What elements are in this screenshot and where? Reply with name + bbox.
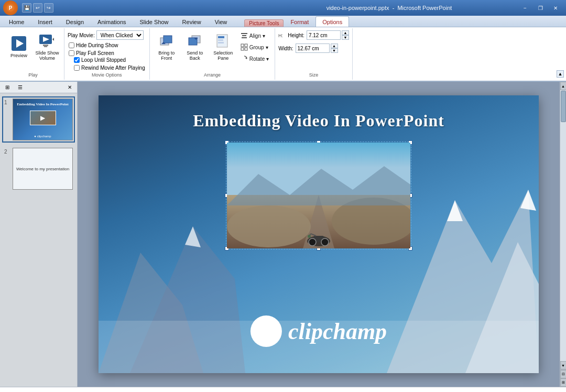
video-container[interactable] (227, 143, 410, 248)
movie-options-content: Play Movie: When Clicked Hide During Sho… (68, 30, 144, 57)
bring-front-icon (158, 32, 175, 49)
scroll-up-button[interactable]: ▲ (560, 82, 567, 90)
svg-point-44 (309, 238, 316, 246)
slideshow-volume-button[interactable]: Slide Show Volume (34, 30, 61, 63)
rewind-checkbox[interactable] (74, 65, 80, 71)
tab-slideshow[interactable]: Slide Show (133, 16, 176, 27)
group-icon (241, 43, 248, 51)
svg-rect-20 (242, 35, 246, 36)
tab-design[interactable]: Design (59, 16, 91, 27)
group-button[interactable]: Group ▾ (238, 42, 271, 52)
fit-slide-button[interactable]: ⊟ (560, 370, 567, 378)
slide1-video-thumb: ▶ (30, 111, 56, 125)
panel-view-btn-2[interactable]: ☰ (15, 83, 25, 92)
preview-button[interactable]: Preview (5, 30, 32, 63)
selection-pane-button[interactable]: Selection Pane (210, 30, 237, 63)
play-movie-dropdown[interactable]: When Clicked (96, 30, 144, 40)
width-input-wrap: ▲ ▼ (296, 43, 338, 53)
panel-view-btn-1[interactable]: ⊞ (2, 83, 13, 92)
width-input[interactable] (296, 43, 330, 53)
slide-number-1: 1 (4, 99, 10, 105)
play-full-screen-checkbox[interactable] (69, 50, 74, 56)
tab-home[interactable]: Home (2, 16, 31, 27)
slide-canvas[interactable]: Embedding Video In PowerPoint (99, 95, 539, 373)
slide-thumbnail-1[interactable]: 1 Embedding Video In PowerPoint ▶ ● clip… (2, 96, 75, 143)
play-movie-row: Play Movie: When Clicked (68, 30, 144, 40)
tab-insert[interactable]: Insert (31, 16, 59, 27)
tab-animations[interactable]: Animations (91, 16, 133, 27)
send-to-back-button[interactable]: Send to Back (181, 30, 209, 63)
rotate-button[interactable]: Rotate ▾ (238, 53, 271, 64)
height-input[interactable] (307, 30, 341, 40)
height-down-button[interactable]: ▼ (342, 35, 349, 40)
svg-point-45 (321, 238, 329, 246)
vertical-scrollbar[interactable]: ▲ ▼ ⊟ ⊞ (560, 82, 566, 387)
ribbon-collapse-button[interactable]: ▲ (557, 70, 564, 78)
slide1-logo: ● clipchamp (34, 135, 51, 138)
contextual-tab-group: Picture Tools (244, 19, 284, 27)
title-bar: P 💾 ↩ ↪ video-in-powerpoint.pptx - Micro… (0, 0, 566, 16)
preview-icon (10, 35, 27, 52)
width-row: Width: ▲ ▼ (278, 43, 338, 53)
svg-point-52 (272, 324, 275, 326)
office-button[interactable]: P (3, 1, 18, 15)
bring-to-front-button[interactable]: Bring to Front (153, 30, 180, 63)
width-spin: ▲ ▼ (331, 43, 338, 53)
align-icon (241, 32, 248, 39)
minimize-button[interactable]: − (518, 3, 532, 13)
svg-marker-29 (465, 242, 539, 373)
preview-group-label: Play (5, 71, 61, 78)
slide-thumbnail-2[interactable]: 2 Welcome to my presentation (2, 146, 75, 192)
title-bar-left: P 💾 ↩ ↪ (3, 1, 260, 15)
height-up-button[interactable]: ▲ (342, 30, 349, 35)
rotate-dropdown-arrow: ▾ (266, 56, 269, 62)
svg-marker-34 (185, 226, 201, 247)
svg-rect-25 (245, 48, 247, 50)
loop-checkbox[interactable] (74, 57, 80, 63)
save-icon[interactable]: 💾 (22, 3, 31, 13)
svg-rect-19 (241, 33, 247, 34)
tab-review[interactable]: Review (176, 16, 208, 27)
align-button[interactable]: Align ▾ (238, 30, 271, 41)
svg-rect-21 (242, 37, 247, 38)
close-button[interactable]: ✕ (548, 3, 563, 13)
svg-point-39 (227, 205, 311, 247)
ribbon-group-size: H: Height: ▲ ▼ Width: ▲ ▼ (275, 28, 353, 80)
height-input-wrap: ▲ ▼ (307, 30, 349, 40)
tab-view[interactable]: View (208, 16, 234, 27)
hide-during-show-checkbox[interactable] (69, 42, 74, 48)
tab-movie-options[interactable]: Options (315, 16, 349, 27)
video-content-svg (227, 143, 410, 248)
panel-close-button[interactable]: ✕ (64, 83, 75, 92)
window-controls: − ❐ ✕ (518, 3, 563, 13)
movie-options-right: Loop Until Stopped Rewind Movie After Pl… (73, 57, 146, 71)
scroll-down-button[interactable]: ▼ (560, 361, 567, 369)
svg-text:P: P (9, 5, 13, 11)
undo-icon[interactable]: ↩ (33, 3, 42, 13)
restore-button[interactable]: ❐ (533, 3, 548, 13)
size-group-label: Size (278, 71, 349, 78)
canvas-wrapper: Embedding Video In PowerPoint (78, 82, 566, 387)
svg-marker-50 (264, 327, 271, 335)
height-row: H: Height: ▲ ▼ (278, 30, 349, 40)
preview-group-content: Preview Slide Show Volume (5, 30, 61, 71)
main-area: ⊞ ☰ ✕ 1 Embedding Video In PowerPoint ▶ … (0, 82, 566, 387)
expand-slide-button[interactable]: ⊞ (560, 378, 567, 387)
rotate-icon (241, 55, 248, 62)
play-full-screen-row: Play Full Screen (68, 50, 144, 57)
width-up-button[interactable]: ▲ (331, 43, 338, 48)
rewind-after-row: Rewind Movie After Playing (73, 64, 146, 71)
canvas-area: Embedding Video In PowerPoint (78, 82, 560, 387)
scroll-track[interactable] (560, 90, 567, 361)
quick-access-toolbar: 💾 ↩ ↪ (22, 3, 53, 13)
notes-area[interactable]: Click to add notes (0, 387, 566, 392)
hide-during-show-row: Hide During Show (68, 42, 144, 49)
align-dropdown-arrow: ▾ (263, 33, 265, 39)
scroll-thumb[interactable] (561, 91, 566, 122)
width-down-button[interactable]: ▼ (331, 48, 338, 53)
tab-picture-format[interactable]: Format (284, 16, 315, 27)
slide1-mini-title: Embedding Video In PowerPoint (15, 102, 70, 106)
redo-icon[interactable]: ↪ (44, 3, 53, 13)
svg-marker-6 (52, 38, 54, 41)
send-back-icon (187, 32, 203, 49)
